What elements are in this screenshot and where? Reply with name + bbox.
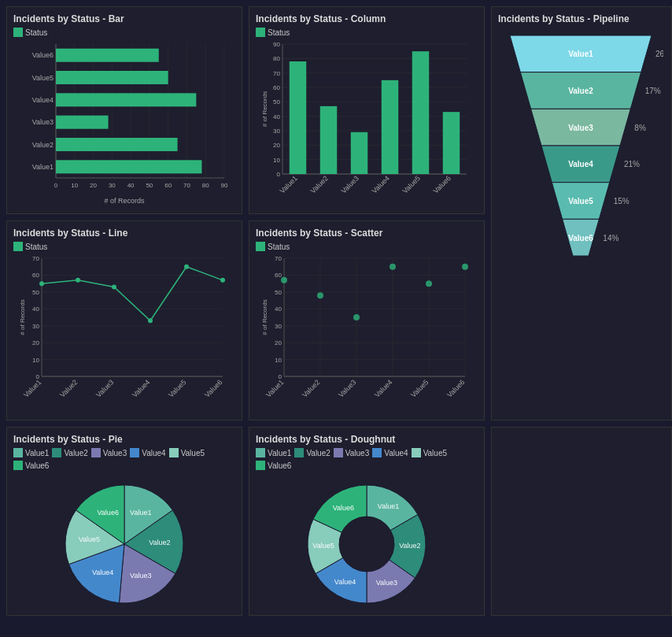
legend-label: Value2 xyxy=(64,449,87,457)
svg-text:Value1: Value1 xyxy=(130,509,151,517)
svg-text:Value6: Value6 xyxy=(431,174,452,194)
svg-text:50: 50 xyxy=(275,289,282,296)
svg-rect-22 xyxy=(56,49,159,62)
line-chart-box: Incidents by Status - Line Status 010203… xyxy=(6,220,242,420)
svg-text:50: 50 xyxy=(273,98,280,106)
legend-item: Value2 xyxy=(52,448,87,457)
svg-text:14%: 14% xyxy=(603,234,618,243)
svg-text:Value2: Value2 xyxy=(149,539,170,546)
svg-text:0: 0 xyxy=(54,182,58,189)
column-legend-color xyxy=(256,28,265,37)
legend-label: Value4 xyxy=(384,449,408,457)
svg-text:Value5: Value5 xyxy=(312,542,334,550)
svg-rect-26 xyxy=(56,93,196,106)
column-legend: Status xyxy=(256,28,478,37)
line-chart-svg: 010203040506070Value1Value2Value3Value4V… xyxy=(13,254,235,412)
svg-text:Value3: Value3 xyxy=(376,579,397,587)
legend-color xyxy=(412,448,421,457)
svg-rect-24 xyxy=(56,71,168,84)
bar-x-label: # of Records xyxy=(13,197,235,205)
svg-point-105 xyxy=(39,281,44,286)
svg-text:60: 60 xyxy=(32,272,39,279)
svg-text:Value4: Value4 xyxy=(32,96,54,104)
svg-rect-62 xyxy=(382,80,398,174)
pipeline-spacer xyxy=(491,427,672,616)
svg-text:10: 10 xyxy=(71,182,78,189)
svg-point-110 xyxy=(220,278,225,283)
doughnut-chart-title: Incidents by Status - Doughnut xyxy=(256,434,478,445)
legend-color xyxy=(256,448,265,457)
scatter-legend-color xyxy=(256,242,265,251)
svg-text:90: 90 xyxy=(221,182,228,189)
svg-text:Value2: Value2 xyxy=(399,542,420,550)
svg-text:Value6: Value6 xyxy=(333,504,354,512)
line-legend: Status xyxy=(13,242,235,251)
legend-item: Value6 xyxy=(256,461,291,470)
svg-text:10: 10 xyxy=(273,157,280,164)
svg-text:40: 40 xyxy=(127,182,135,189)
svg-text:Value3: Value3 xyxy=(339,174,360,194)
svg-text:Value5: Value5 xyxy=(32,74,54,82)
svg-text:Value4: Value4 xyxy=(334,578,356,586)
svg-text:# of Records: # of Records xyxy=(19,299,26,335)
svg-text:Value1: Value1 xyxy=(264,378,285,398)
svg-text:40: 40 xyxy=(32,306,39,313)
legend-color xyxy=(13,448,23,457)
svg-text:21%: 21% xyxy=(624,160,640,169)
svg-text:Value4: Value4 xyxy=(131,378,151,398)
svg-text:Value6: Value6 xyxy=(203,378,223,398)
svg-text:30: 30 xyxy=(32,323,39,330)
svg-text:# of Records: # of Records xyxy=(261,299,268,335)
svg-text:Value3: Value3 xyxy=(337,378,357,398)
svg-rect-30 xyxy=(56,138,178,151)
pipeline-chart-box: Incidents by Status - Pipeline Value126%… xyxy=(491,6,672,420)
svg-rect-64 xyxy=(412,51,429,174)
svg-text:# of Records: # of Records xyxy=(261,91,268,127)
pie-chart-svg: Value1Value2Value3Value4Value5Value6 xyxy=(13,473,235,607)
svg-text:50: 50 xyxy=(146,182,153,189)
svg-text:50: 50 xyxy=(32,289,39,296)
column-chart-box: Incidents by Status - Column Status 0102… xyxy=(249,6,485,214)
legend-color xyxy=(169,448,179,457)
scatter-legend-item: Status xyxy=(256,242,290,251)
svg-text:Value1: Value1 xyxy=(22,378,42,398)
svg-text:Value5: Value5 xyxy=(409,378,430,398)
svg-text:Value2: Value2 xyxy=(301,378,321,398)
svg-text:60: 60 xyxy=(164,182,172,189)
legend-label: Value6 xyxy=(25,461,49,470)
legend-label: Value4 xyxy=(142,449,165,457)
bar-chart-svg: 0102030405060708090Value6Value5Value4Val… xyxy=(13,40,235,194)
scatter-legend: Status xyxy=(256,242,478,251)
svg-text:Value1: Value1 xyxy=(32,163,54,171)
svg-text:Value4: Value4 xyxy=(370,174,390,194)
svg-point-106 xyxy=(76,278,80,283)
pie-chart-title: Incidents by Status - Pie xyxy=(13,434,235,445)
legend-item: Value4 xyxy=(130,448,165,457)
bar-chart-title: Incidents by Status - Bar xyxy=(13,13,235,24)
dashboard: Incidents by Status - Bar Status 0102030… xyxy=(6,6,666,616)
svg-text:Value6: Value6 xyxy=(568,234,593,243)
svg-text:80: 80 xyxy=(202,182,209,189)
svg-text:15%: 15% xyxy=(614,197,630,206)
legend-label: Value2 xyxy=(306,449,330,457)
svg-text:Value6: Value6 xyxy=(445,378,466,398)
svg-text:80: 80 xyxy=(273,55,280,62)
line-legend-item: Status xyxy=(13,242,47,251)
svg-text:Value3: Value3 xyxy=(130,572,151,580)
svg-text:0: 0 xyxy=(277,171,281,178)
legend-item: Value5 xyxy=(412,448,447,457)
legend-item: Value1 xyxy=(13,448,49,457)
svg-text:Value5: Value5 xyxy=(167,378,187,398)
doughnut-chart-svg: Value1Value2Value3Value4Value5Value6 xyxy=(256,473,478,607)
svg-rect-66 xyxy=(443,112,460,174)
legend-color xyxy=(91,448,101,457)
svg-text:10: 10 xyxy=(275,357,282,364)
scatter-legend-label: Status xyxy=(268,243,290,251)
svg-text:Value2: Value2 xyxy=(308,174,329,194)
legend-item: Value3 xyxy=(334,448,369,457)
svg-text:Value6: Value6 xyxy=(32,51,54,59)
svg-text:30: 30 xyxy=(273,128,280,135)
svg-text:60: 60 xyxy=(273,84,280,91)
pie-chart-box: Incidents by Status - Pie Value1Value2Va… xyxy=(6,427,242,616)
doughnut-chart-box: Incidents by Status - Doughnut Value1Val… xyxy=(249,427,485,616)
